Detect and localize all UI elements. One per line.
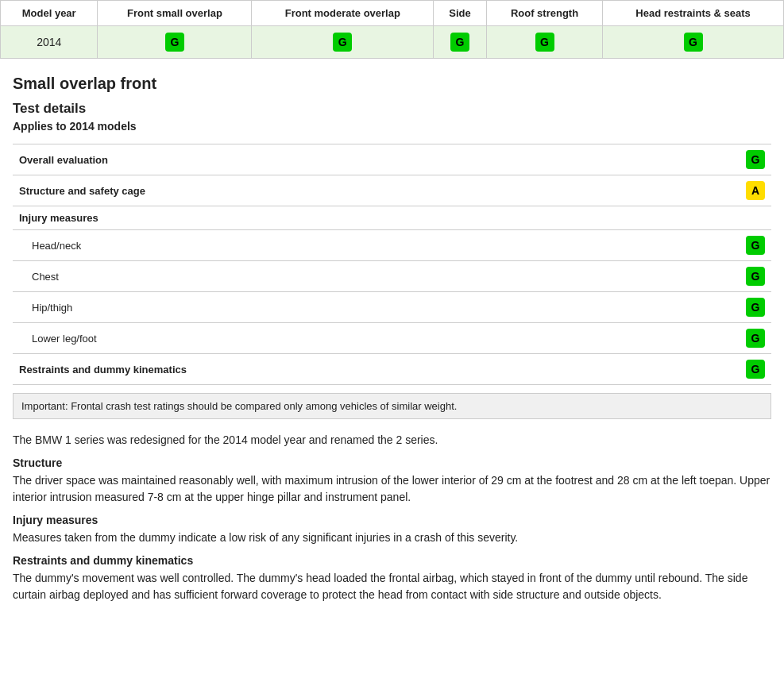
detail-rating: G — [732, 230, 771, 261]
table-header: Roof strength — [486, 1, 602, 26]
detail-row: ChestG — [13, 261, 771, 292]
table-header: Head restraints & seats — [603, 1, 784, 26]
section-title: Small overlap front — [13, 75, 771, 93]
detail-row: Overall evaluationG — [13, 144, 771, 175]
detail-badge: G — [746, 150, 765, 169]
detail-badge: A — [746, 181, 765, 200]
detail-rating: G — [732, 144, 771, 175]
detail-label: Structure and safety cage — [13, 175, 732, 206]
structure-body: The driver space was maintained reasonab… — [13, 472, 771, 506]
detail-row: Lower leg/footG — [13, 323, 771, 354]
detail-label: Chest — [13, 261, 732, 292]
table-header: Front small overlap — [98, 1, 252, 26]
detail-label: Overall evaluation — [13, 144, 732, 175]
detail-badge: G — [746, 267, 765, 286]
important-note: Important: Frontal crash test ratings sh… — [13, 393, 771, 419]
detail-rating: G — [732, 323, 771, 354]
rating-cell: G — [603, 26, 784, 59]
restraints-body: The dummy's movement was well controlled… — [13, 570, 771, 603]
detail-row: Injury measures — [13, 206, 771, 230]
model-year: 2014 — [1, 26, 98, 59]
restraints-title: Restraints and dummy kinematics — [13, 554, 771, 567]
detail-badge: G — [746, 360, 765, 379]
detail-row: Hip/thighG — [13, 292, 771, 323]
detail-row: Structure and safety cageA — [13, 175, 771, 206]
detail-label: Hip/thigh — [13, 292, 732, 323]
table-row: 2014GGGGG — [1, 26, 784, 59]
applies-to: Applies to 2014 models — [13, 120, 771, 133]
detail-label: Injury measures — [13, 206, 732, 230]
body-text-intro: The BMW 1 series was redesigned for the … — [13, 432, 771, 449]
rating-badge: G — [535, 33, 554, 52]
rating-cell: G — [252, 26, 434, 59]
injury-title: Injury measures — [13, 514, 771, 526]
rating-badge: G — [684, 33, 703, 52]
detail-rating: G — [732, 354, 771, 385]
structure-title: Structure — [13, 456, 771, 469]
detail-rating: A — [732, 175, 771, 206]
detail-label: Lower leg/foot — [13, 323, 732, 354]
table-header: Front moderate overlap — [252, 1, 434, 26]
rating-cell: G — [434, 26, 487, 59]
detail-rating: G — [732, 261, 771, 292]
injury-body: Measures taken from the dummy indicate a… — [13, 530, 771, 546]
rating-badge: G — [333, 33, 352, 52]
table-header: Side — [434, 1, 487, 26]
detail-label: Restraints and dummy kinematics — [13, 354, 732, 385]
rating-badge: G — [450, 33, 469, 52]
detail-rating: G — [732, 292, 771, 323]
main-content: Small overlap front Test details Applies… — [0, 59, 784, 627]
test-details-title: Test details — [13, 101, 771, 117]
detail-label: Head/neck — [13, 230, 732, 261]
detail-badge: G — [746, 298, 765, 317]
detail-row: Head/neckG — [13, 230, 771, 261]
detail-badge: G — [746, 236, 765, 255]
detail-badge: G — [746, 329, 765, 348]
detail-row: Restraints and dummy kinematicsG — [13, 354, 771, 385]
rating-cell: G — [486, 26, 602, 59]
detail-rating — [732, 206, 771, 230]
rating-cell: G — [98, 26, 252, 59]
details-table: Overall evaluationGStructure and safety … — [13, 144, 771, 385]
table-header: Model year — [1, 1, 98, 26]
rating-table: Model yearFront small overlapFront moder… — [0, 0, 784, 59]
rating-badge: G — [165, 33, 184, 52]
